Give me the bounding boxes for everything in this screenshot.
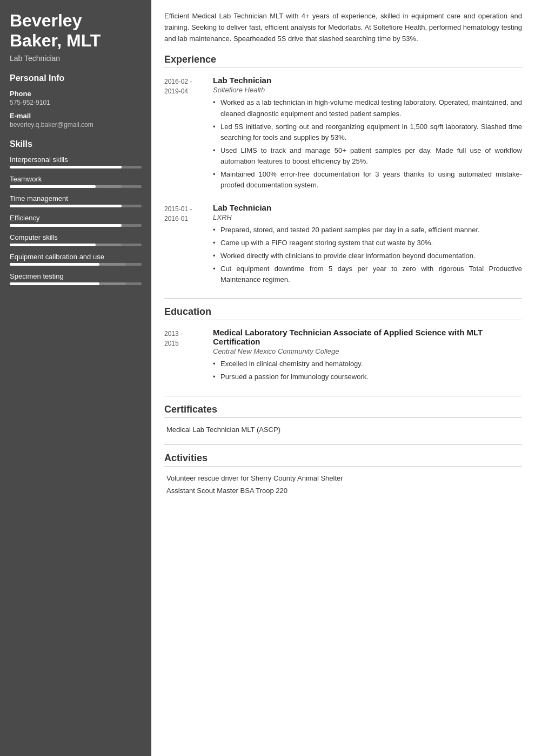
certificate-item: Medical Lab Technician MLT (ASCP) bbox=[164, 426, 522, 434]
skill-bar bbox=[10, 263, 142, 266]
experience-entry: 2016-02 - 2019-04Lab TechnicianSoltefior… bbox=[164, 76, 522, 193]
entry-bullets: Worked as a lab technician in high-volum… bbox=[213, 97, 522, 191]
skill-bar bbox=[10, 282, 142, 285]
bullet-item: Excelled in clinical chemistry and hemat… bbox=[213, 359, 522, 369]
skill-name: Efficiency bbox=[10, 214, 142, 222]
skill-name: Computer skills bbox=[10, 233, 142, 241]
personal-info-section-title: Personal Info bbox=[10, 73, 142, 83]
education-title: Education bbox=[164, 306, 522, 320]
entry-job-title: Lab Technician bbox=[213, 76, 522, 85]
candidate-name: Beverley Baker, MLT bbox=[10, 11, 142, 51]
entry-school: Central New Mexico Community College bbox=[213, 347, 522, 355]
bullet-item: Led 5S initiative, sorting out and reorg… bbox=[213, 122, 522, 143]
skills-section-title: Skills bbox=[10, 139, 142, 149]
entry-date: 2016-02 - 2019-04 bbox=[164, 76, 213, 193]
skill-bar-fill bbox=[10, 166, 122, 168]
experience-section: Experience 2016-02 - 2019-04Lab Technici… bbox=[164, 54, 522, 287]
bullet-item: Pursued a passion for immunology coursew… bbox=[213, 372, 522, 382]
skill-bar bbox=[10, 205, 142, 207]
skill-item: Interpersonal skills bbox=[10, 156, 142, 168]
education-section: Education 2013 - 2015Medical Laboratory … bbox=[164, 306, 522, 384]
education-entries: 2013 - 2015Medical Laboratory Technician… bbox=[164, 328, 522, 384]
email-label: E-mail bbox=[10, 112, 142, 120]
certificates-section: Certificates Medical Lab Technician MLT … bbox=[164, 404, 522, 434]
experience-entries: 2016-02 - 2019-04Lab TechnicianSoltefior… bbox=[164, 76, 522, 287]
skill-item: Computer skills bbox=[10, 233, 142, 246]
skill-name: Equipment calibration and use bbox=[10, 253, 142, 261]
bullet-item: Worked as a lab technician in high-volum… bbox=[213, 97, 522, 119]
bullet-item: Cut equipment downtime from 5 days per y… bbox=[213, 264, 522, 285]
skill-bar-fill bbox=[10, 263, 99, 266]
entry-company: Soltefiore Health bbox=[213, 86, 522, 94]
entry-date: 2013 - 2015 bbox=[164, 328, 213, 384]
entry-date: 2015-01 - 2016-01 bbox=[164, 203, 213, 288]
skill-bar-accent bbox=[99, 282, 126, 285]
edu-bullets: Excelled in clinical chemistry and hemat… bbox=[213, 359, 522, 382]
entry-content: Medical Laboratory Technician Associate … bbox=[213, 328, 522, 384]
skill-bar-fill bbox=[10, 282, 99, 285]
skill-bar bbox=[10, 224, 142, 227]
certificates-list: Medical Lab Technician MLT (ASCP) bbox=[164, 426, 522, 434]
skill-bar bbox=[10, 244, 142, 246]
bullet-item: Used LIMS to track and manage 50+ patien… bbox=[213, 145, 522, 167]
skill-bar-accent bbox=[96, 244, 122, 246]
summary-text: Efficient Medical Lab Technician MLT wit… bbox=[164, 11, 522, 44]
entry-bullets: Prepared, stored, and tested 20 patient … bbox=[213, 225, 522, 286]
skill-name: Interpersonal skills bbox=[10, 156, 142, 164]
skill-item: Efficiency bbox=[10, 214, 142, 227]
phone-label: Phone bbox=[10, 90, 142, 98]
entry-content: Lab TechnicianSoltefiore HealthWorked as… bbox=[213, 76, 522, 193]
skill-bar-fill bbox=[10, 205, 122, 207]
skill-item: Equipment calibration and use bbox=[10, 253, 142, 266]
skill-bar-fill bbox=[10, 185, 96, 188]
skill-item: Time management bbox=[10, 194, 142, 207]
education-entry: 2013 - 2015Medical Laboratory Technician… bbox=[164, 328, 522, 384]
skill-item: Teamwork bbox=[10, 175, 142, 188]
candidate-job-title: Lab Technician bbox=[10, 54, 142, 63]
skill-bar-fill bbox=[10, 224, 122, 227]
activity-item: Assistant Scout Master BSA Troop 220 bbox=[164, 487, 522, 495]
activities-list: Volunteer rescue driver for Sherry Count… bbox=[164, 474, 522, 495]
skill-bar bbox=[10, 166, 142, 168]
entry-company: LXRH bbox=[213, 213, 522, 221]
experience-entry: 2015-01 - 2016-01Lab TechnicianLXRHPrepa… bbox=[164, 203, 522, 288]
bullet-item: Maintained 100% error-free documentation… bbox=[213, 169, 522, 191]
main-content: Efficient Medical Lab Technician MLT wit… bbox=[151, 0, 535, 756]
skills-list: Interpersonal skillsTeamworkTime managem… bbox=[10, 156, 142, 285]
skill-name: Time management bbox=[10, 194, 142, 202]
entry-job-title: Lab Technician bbox=[213, 203, 522, 212]
activities-title: Activities bbox=[164, 453, 522, 467]
skill-name: Specimen testing bbox=[10, 272, 142, 280]
sidebar: Beverley Baker, MLT Lab Technician Perso… bbox=[0, 0, 151, 756]
email-value: beverley.q.baker@gmail.com bbox=[10, 121, 142, 129]
activity-item: Volunteer rescue driver for Sherry Count… bbox=[164, 474, 522, 482]
activities-section: Activities Volunteer rescue driver for S… bbox=[164, 453, 522, 495]
skill-item: Specimen testing bbox=[10, 272, 142, 285]
skill-bar-fill bbox=[10, 244, 96, 246]
entry-degree: Medical Laboratory Technician Associate … bbox=[213, 328, 522, 346]
phone-value: 575-952-9101 bbox=[10, 99, 142, 106]
skill-bar bbox=[10, 185, 142, 188]
bullet-item: Worked directly with clinicians to provi… bbox=[213, 251, 522, 261]
skill-bar-accent bbox=[96, 185, 122, 188]
entry-content: Lab TechnicianLXRHPrepared, stored, and … bbox=[213, 203, 522, 288]
experience-title: Experience bbox=[164, 54, 522, 68]
bullet-item: Came up with a FIFO reagent storing syst… bbox=[213, 238, 522, 248]
skill-name: Teamwork bbox=[10, 175, 142, 183]
bullet-item: Prepared, stored, and tested 20 patient … bbox=[213, 225, 522, 235]
skill-bar-accent bbox=[99, 263, 126, 266]
certificates-title: Certificates bbox=[164, 404, 522, 418]
